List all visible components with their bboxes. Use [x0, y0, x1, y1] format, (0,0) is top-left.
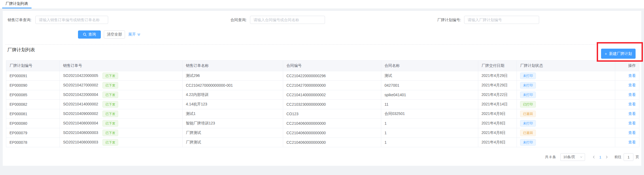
cell-plan-no: EP000081: [6, 109, 60, 119]
search-button-label: 查询: [88, 32, 96, 37]
cell-contract-name: 1: [381, 128, 478, 138]
col-header-order-name: 销售订单名称: [183, 61, 283, 71]
cell-delivery-date: 2021年4月8日: [478, 138, 517, 147]
cell-order-no: SO20210409000002已下发: [60, 109, 183, 119]
page-number-1[interactable]: 1: [597, 155, 604, 159]
next-page-button[interactable]: [604, 153, 610, 161]
cell-order-name: 测试1: [183, 109, 283, 119]
create-plan-button[interactable]: + 新建厂牌计划: [601, 49, 636, 59]
order-status-badge: 已下发: [102, 139, 118, 146]
cell-op: 查看: [615, 81, 639, 90]
cell-contract-no: CC2104270000000000: [283, 81, 381, 90]
cell-delivery-date: 2021年4月29日: [478, 71, 517, 81]
page-size-value: 10条/页: [563, 155, 575, 160]
view-link[interactable]: 查看: [628, 92, 636, 97]
goto-page-input[interactable]: [624, 153, 633, 161]
cell-plan-no: EP000082: [6, 100, 60, 109]
cell-contract-name: 1: [381, 138, 478, 147]
plan-status-badge: 未打印: [520, 120, 536, 127]
chevron-down-icon: [580, 156, 583, 158]
goto-label: 前往: [614, 155, 621, 160]
cell-order-name: 测试296: [183, 71, 283, 81]
cell-order-name: CC2104270000000000-001: [183, 81, 283, 90]
table-header-row: 厂牌计划编号 销售订单号 销售订单名称 合同编号 合同名称 厂牌交付日期 厂牌计…: [6, 61, 639, 71]
order-status-badge: 已下发: [102, 111, 118, 117]
cell-contract-name: 11: [381, 100, 478, 109]
order-status-badge: 已下发: [102, 101, 118, 108]
search-button[interactable]: 查询: [78, 30, 101, 39]
cell-delivery-date: 2021年4月22日: [478, 90, 517, 100]
view-link[interactable]: 查看: [628, 111, 636, 116]
cell-contract-name: 合同032501: [381, 109, 478, 119]
list-title: 厂牌计划列表: [7, 47, 35, 53]
sales-order-query-input[interactable]: [35, 16, 108, 24]
plan-status-badge: 已退回: [520, 130, 536, 136]
col-header-contract-name: 合同名称: [381, 61, 478, 71]
dashed-divider: [5, 44, 639, 45]
col-header-op: 操作: [615, 61, 639, 71]
order-status-badge: 已下发: [102, 92, 118, 98]
cell-order-no: SO20210422000005已下发: [60, 71, 183, 81]
cell-status: 未打印: [517, 81, 615, 90]
cell-plan-no: EP000079: [6, 128, 60, 138]
cell-delivery-date: 2021年4月14日: [478, 100, 517, 109]
tab-bar: 厂牌计划列表: [0, 0, 644, 8]
sales-order-query-label: 销售订单查询:: [8, 16, 32, 24]
plan-table: 厂牌计划编号 销售订单号 销售订单名称 合同编号 合同名称 厂牌交付日期 厂牌计…: [6, 60, 639, 147]
table-row: EP000079 SO20210408000003已下发 厂牌测试 CC2104…: [6, 128, 639, 138]
plan-status-badge: 未打印: [520, 139, 536, 146]
col-header-contract-no: 合同编号: [283, 61, 381, 71]
prev-page-button[interactable]: [590, 153, 597, 161]
cell-plan-no: EP000091: [6, 71, 60, 81]
cell-order-name: 4.22内部培训: [183, 90, 283, 100]
cell-op: 查看: [615, 109, 639, 119]
table-row: EP000080 SO20210408000004已下发 智能厂牌培训123 C…: [6, 119, 639, 128]
cell-status: 未打印: [517, 90, 615, 100]
plan-status-badge: 已退回: [520, 111, 536, 117]
plan-no-query-input[interactable]: [464, 16, 539, 24]
table-row: EP000082 SO20210414000002已下发 4.14杭开123 C…: [6, 100, 639, 109]
cell-op: 查看: [615, 100, 639, 109]
cell-contract-no: CC2104060000000000: [283, 128, 381, 138]
view-link[interactable]: 查看: [628, 130, 636, 135]
plan-status-badge: 未打印: [520, 82, 536, 89]
cell-op: 查看: [615, 90, 639, 100]
cell-plan-no: EP000078: [6, 138, 60, 147]
cell-delivery-date: 2021年4月8日: [478, 119, 517, 128]
table-row: EP000081 SO20210409000002已下发 测试1 CO123 合…: [6, 109, 639, 119]
cell-delivery-date: 2021年4月8日: [478, 128, 517, 138]
cell-op: 查看: [615, 128, 639, 138]
plus-icon: +: [605, 52, 607, 56]
cell-order-no: SO20210422000004已下发: [60, 90, 183, 100]
view-link[interactable]: 查看: [628, 140, 636, 144]
clear-all-button-label: 清空全部: [107, 32, 122, 37]
cell-delivery-date: 2021年4月9日: [478, 109, 517, 119]
cell-contract-name: 0427001: [381, 81, 478, 90]
page-size-select[interactable]: 10条/页: [560, 153, 585, 161]
view-link[interactable]: 查看: [628, 121, 636, 125]
cell-order-no: SO20210427000002已下发: [60, 81, 183, 90]
cell-op: 查看: [615, 119, 639, 128]
cell-order-no: SO20210408000004已下发: [60, 119, 183, 128]
table-row: EP000085 SO20210422000004已下发 4.22内部培训 CC…: [6, 90, 639, 100]
create-plan-button-label: 新建厂牌计划: [609, 51, 632, 56]
cell-delivery-date: 2021年4月29日: [478, 81, 517, 90]
page-unit-label: 页: [636, 155, 639, 160]
expand-link[interactable]: 展开: [128, 30, 140, 39]
col-header-plan-no: 厂牌计划编号: [6, 61, 60, 71]
cell-order-no: SO20210408000003已下发: [60, 138, 183, 147]
cell-plan-no: EP000080: [6, 119, 60, 128]
cell-status: 未打印: [517, 71, 615, 81]
contract-query-input[interactable]: [250, 16, 325, 24]
cell-order-name: 智能厂牌培训123: [183, 119, 283, 128]
cell-order-name: 厂牌测试: [183, 138, 283, 147]
view-link[interactable]: 查看: [628, 83, 636, 87]
order-status-badge: 已下发: [102, 82, 118, 89]
cell-contract-name: spike041401: [381, 90, 478, 100]
cell-contract-name: 1: [381, 119, 478, 128]
view-link[interactable]: 查看: [628, 102, 636, 106]
clear-all-button[interactable]: 清空全部: [104, 30, 125, 39]
view-link[interactable]: 查看: [628, 73, 636, 78]
cell-order-no: SO20210414000002已下发: [60, 100, 183, 109]
tab-factory-plan-list[interactable]: 厂牌计划列表: [2, 0, 32, 8]
